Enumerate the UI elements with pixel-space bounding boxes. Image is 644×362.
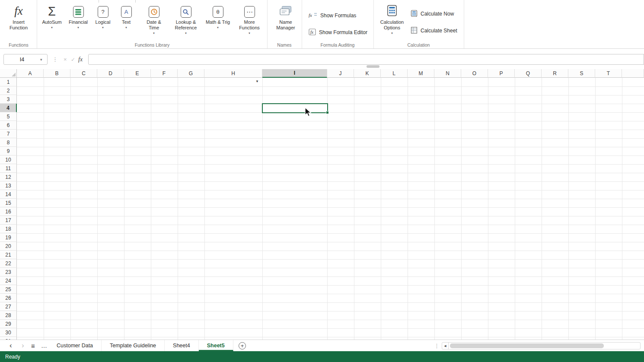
tabs-scroll-right-icon[interactable]: › [22, 340, 24, 351]
sheet-list-menu-icon[interactable]: ≡ [31, 340, 35, 351]
sheet-tab-sheet5[interactable]: Sheet5 [199, 340, 233, 351]
column-header-H[interactable]: H [204, 69, 262, 78]
sheet-tab-customer-data[interactable]: Customer Data [48, 340, 102, 351]
show-formulas-button[interactable]: fx Show Formulas [309, 11, 356, 20]
text-label: Text [122, 19, 131, 25]
row-header-24[interactable]: 24 [0, 276, 17, 285]
selection-box-I4[interactable] [262, 103, 328, 113]
row-header-28[interactable]: 28 [0, 311, 17, 320]
grid-line-vertical [434, 78, 435, 340]
add-sheet-button[interactable]: + [239, 342, 246, 349]
sheet-tab-template-guideline[interactable]: Template Guideline [102, 340, 165, 351]
column-header-J[interactable]: J [327, 69, 354, 78]
enter-check-icon[interactable]: ✓ [71, 54, 75, 65]
column-header-O[interactable]: O [461, 69, 488, 78]
row-header-30[interactable]: 30 [0, 328, 17, 337]
row-header-1[interactable]: 1 [0, 78, 17, 86]
grid-line-horizontal [17, 190, 644, 191]
row-header-27[interactable]: 27 [0, 302, 17, 311]
row-header-14[interactable]: 14 [0, 190, 17, 199]
row-header-19[interactable]: 19 [0, 233, 17, 242]
date-time-label: Date & Time [142, 19, 166, 31]
select-all-button[interactable] [0, 69, 17, 78]
group-separator [373, 0, 374, 48]
row-header-13[interactable]: 13 [0, 181, 17, 190]
column-header-overflow[interactable] [622, 69, 644, 78]
column-header-M[interactable]: M [408, 69, 434, 78]
column-header-P[interactable]: P [488, 69, 515, 78]
horizontal-scrollbar[interactable]: ◀ [442, 342, 641, 349]
show-formula-editor-button[interactable]: fx Show Formula Editor [309, 28, 367, 37]
name-box[interactable]: I4 ▾ [3, 54, 48, 65]
cancel-icon[interactable]: × [64, 54, 67, 65]
lookup-reference-label: Lookup & Reference [169, 19, 203, 31]
logical-button[interactable]: ? Logical ▼ [92, 2, 114, 42]
row-header-10[interactable]: 10 [0, 156, 17, 164]
name-box-value: I4 [4, 57, 40, 63]
more-sheets-icon[interactable]: … [41, 340, 48, 351]
svg-text:fx: fx [309, 13, 312, 18]
row-header-20[interactable]: 20 [0, 242, 17, 251]
row-header-3[interactable]: 3 [0, 95, 17, 104]
financial-button[interactable]: Financial ▼ [66, 2, 91, 42]
text-button[interactable]: A Text ▼ [116, 2, 136, 42]
column-header-A[interactable]: A [17, 69, 44, 78]
date-time-button[interactable]: Date & Time ▼ [142, 2, 166, 42]
column-header-R[interactable]: R [542, 69, 568, 78]
row-header-22[interactable]: 22 [0, 259, 17, 268]
column-header-G[interactable]: G [178, 69, 204, 78]
column-header-S[interactable]: S [568, 69, 595, 78]
scroll-left-button[interactable]: ◀ [442, 343, 449, 349]
column-header-I[interactable]: I [262, 69, 327, 78]
column-header-T[interactable]: T [595, 69, 622, 78]
column-header-K[interactable]: K [354, 69, 381, 78]
row-header-15[interactable]: 15 [0, 199, 17, 207]
column-header-C[interactable]: C [70, 69, 97, 78]
column-header-E[interactable]: E [124, 69, 151, 78]
row-header-17[interactable]: 17 [0, 216, 17, 225]
row-header-31[interactable]: 31 [0, 337, 17, 340]
tabs-scroll-left-icon[interactable]: ‹ [10, 340, 12, 351]
math-trig-button[interactable]: θ Math & Trig ▼ [201, 2, 235, 42]
column-header-D[interactable]: D [97, 69, 124, 78]
calculate-sheet-button[interactable]: Calculate Sheet [411, 26, 457, 35]
column-header-L[interactable]: L [381, 69, 408, 78]
row-header-23[interactable]: 23 [0, 268, 17, 276]
formula-fx-icon[interactable]: fx [78, 54, 83, 65]
column-header-Q[interactable]: Q [515, 69, 542, 78]
more-functions-button[interactable]: ⋯ More Functions ▼ [236, 2, 263, 42]
row-header-21[interactable]: 21 [0, 251, 17, 259]
calculate-now-button[interactable]: Calculate Now [411, 10, 454, 18]
cells-area[interactable] [17, 78, 644, 340]
row-header-18[interactable]: 18 [0, 225, 17, 233]
lookup-reference-button[interactable]: Lookup & Reference ▼ [169, 2, 203, 42]
formula-input[interactable] [88, 54, 644, 65]
group-label-functions-library: Functions Library [37, 42, 267, 48]
row-header-26[interactable]: 26 [0, 294, 17, 302]
row-header-7[interactable]: 7 [0, 130, 17, 138]
row-header-16[interactable]: 16 [0, 207, 17, 216]
name-manager-button[interactable]: Name Manager [271, 2, 300, 42]
column-header-N[interactable]: N [434, 69, 461, 78]
row-header-25[interactable]: 25 [0, 285, 17, 294]
calculation-options-button[interactable]: Calculation Options ▼ [376, 2, 408, 42]
row-header-8[interactable]: 8 [0, 138, 17, 147]
column-header-B[interactable]: B [44, 69, 70, 78]
scrollbar-thumb[interactable] [450, 343, 604, 348]
fill-handle[interactable] [326, 111, 329, 114]
row-header-2[interactable]: 2 [0, 86, 17, 95]
row-header-6[interactable]: 6 [0, 121, 17, 130]
row-header-4[interactable]: 4 [0, 104, 17, 112]
name-box-chevron-icon[interactable]: ▾ [40, 57, 47, 62]
row-header-5[interactable]: 5 [0, 112, 17, 121]
row-header-11[interactable]: 11 [0, 164, 17, 173]
row-header-9[interactable]: 9 [0, 147, 17, 156]
insert-function-button[interactable]: fx Insert Function [6, 2, 32, 42]
sheet-tab-sheet4[interactable]: Sheet4 [165, 340, 199, 351]
ribbon-resize-handle[interactable] [367, 65, 379, 68]
column-header-F[interactable]: F [151, 69, 178, 78]
row-header-12[interactable]: 12 [0, 173, 17, 181]
autosum-button[interactable]: Σ AutoSum ▼ [40, 2, 64, 42]
cell-dropdown-arrow-H1[interactable]: ▼ [255, 80, 259, 83]
row-header-29[interactable]: 29 [0, 320, 17, 328]
